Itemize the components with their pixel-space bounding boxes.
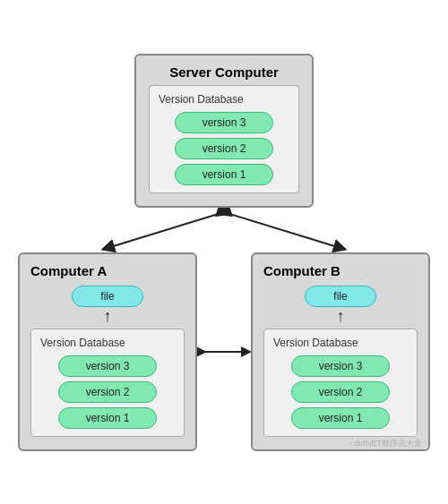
computer-a-title: Computer A: [30, 263, 107, 278]
svg-line-1: [224, 212, 340, 248]
computer-a-db-label: Version Database: [40, 337, 125, 349]
h-arrow-svg: [197, 343, 251, 361]
bottom-row: Computer A file ↑ Version Database versi…: [18, 252, 430, 451]
watermark: · dotNET程序员大全 ·: [349, 438, 426, 449]
svg-line-0: [108, 212, 224, 248]
computer-a-file-row: file ↑: [30, 286, 185, 325]
computer-b-box: Computer B file ↑ Version Database versi…: [251, 252, 430, 451]
computer-b-version-db: Version Database version 3 version 2 ver…: [263, 329, 418, 437]
computer-a-version-3: version 3: [58, 355, 157, 377]
computer-a-version-1: version 1: [58, 407, 157, 429]
server-version-db: Version Database version 3 version 2 ver…: [149, 85, 299, 193]
diagram: Server Computer Version Database version…: [9, 54, 439, 451]
computer-b-version-2: version 2: [291, 381, 390, 403]
computer-a-box: Computer A file ↑ Version Database versi…: [18, 252, 197, 451]
computer-b-db-label: Version Database: [273, 337, 358, 349]
server-db-label: Version Database: [159, 93, 244, 106]
horizontal-arrow: [197, 343, 251, 361]
server-version-3: version 3: [175, 112, 273, 133]
server-computer-box: Server Computer Version Database version…: [134, 54, 314, 208]
computer-a-file: file: [72, 286, 143, 307]
computer-b-version-3: version 3: [291, 355, 390, 377]
computer-b-up-arrow: ↑: [337, 308, 345, 324]
server-version-2: version 2: [175, 138, 273, 159]
top-arrow-svg: [18, 208, 430, 252]
computer-b-version-1: version 1: [291, 407, 390, 429]
computer-a-version-2: version 2: [58, 381, 157, 403]
top-arrows: [18, 208, 430, 252]
server-title: Server Computer: [169, 64, 279, 80]
computer-b-title: Computer B: [263, 263, 340, 278]
computer-b-file-row: file ↑: [263, 286, 418, 325]
server-version-1: version 1: [175, 164, 273, 185]
computer-b-file: file: [305, 286, 376, 307]
computer-a-up-arrow: ↑: [104, 308, 112, 324]
computer-a-version-db: Version Database version 3 version 2 ver…: [30, 329, 185, 437]
